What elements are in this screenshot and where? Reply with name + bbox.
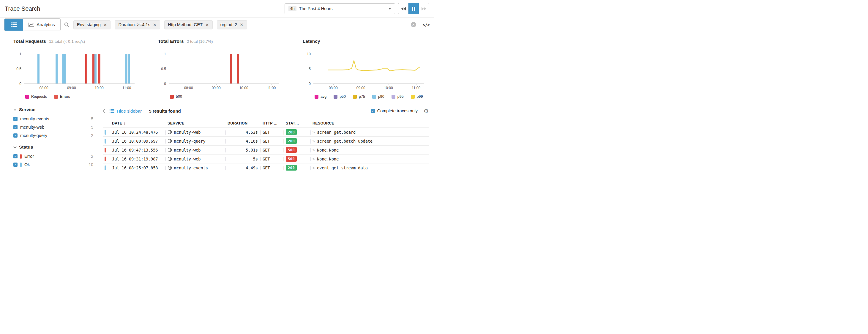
facet-item[interactable]: ✓ Ok 10 <box>13 160 98 169</box>
facet-section: Status ✓ Error 2 ✓ Ok 10 <box>13 144 98 169</box>
legend-item[interactable]: p75 <box>353 94 365 99</box>
column-separator: | <box>163 157 167 161</box>
filter-pill[interactable]: Env: staging ✕ <box>73 20 111 29</box>
forward-button[interactable] <box>419 3 429 14</box>
list-view-button[interactable] <box>4 19 23 31</box>
column-separator: | <box>282 157 286 161</box>
legend-item[interactable]: 500 <box>170 94 182 99</box>
column-separator: | <box>163 148 167 152</box>
pause-button[interactable] <box>408 3 419 14</box>
sort-desc-icon: ↓ <box>124 121 125 125</box>
facet-item[interactable]: ✓ mcnulty-events 5 <box>13 115 98 123</box>
trace-status-indicator <box>104 148 106 152</box>
chevron-right-icon: > <box>312 157 315 161</box>
facet-section-header[interactable]: Service <box>13 107 98 112</box>
filter-pill[interactable]: org_id: 2 ✕ <box>217 20 247 29</box>
checkbox-checked-icon[interactable]: ✓ <box>371 109 375 113</box>
globe-icon <box>167 148 172 152</box>
table-row[interactable]: Jul 16 08:25:07.858 | mcnulty-events | 4… <box>103 163 429 172</box>
facet-items: ✓ Error 2 ✓ Ok 10 <box>13 152 98 169</box>
legend-swatch <box>170 95 174 99</box>
column-header-http-method[interactable]: HTTP … <box>262 121 282 125</box>
total-requests-chart: 00.51 <box>13 54 134 84</box>
column-header-service[interactable]: SERVICE <box>167 121 223 125</box>
complete-traces-toggle[interactable]: ✓ Complete traces only <box>371 109 418 113</box>
column-header-status[interactable]: STAT… <box>286 121 308 125</box>
results-options: ✓ Complete traces only ⚙ <box>371 108 429 114</box>
checkbox-checked-icon[interactable]: ✓ <box>13 162 18 167</box>
checkbox-checked-icon[interactable]: ✓ <box>13 117 18 121</box>
table-row[interactable]: Jul 16 09:47:13.556 | mcnulty-web | 5.01… <box>103 146 429 154</box>
hide-sidebar-link[interactable]: Hide sidebar <box>110 109 142 114</box>
table-row[interactable]: Jul 16 10:24:48.476 | mcnulty-web | 4.53… <box>103 128 429 137</box>
trace-service: mcnulty-web <box>167 130 223 134</box>
trace-table: DATE↓ SERVICE DURATION HTTP … STAT… RESO… <box>103 119 429 172</box>
x-axis-label: 08:00 <box>184 86 193 90</box>
chevron-down-icon <box>13 146 17 148</box>
column-header-resource[interactable]: RESOURCE <box>312 121 429 125</box>
column-separator: | <box>308 157 312 161</box>
facet-item[interactable]: ✓ Error 2 <box>13 152 98 160</box>
globe-icon <box>167 165 172 170</box>
remove-filter-icon[interactable]: ✕ <box>205 23 209 27</box>
page-title: Trace Search <box>5 5 40 12</box>
facet-item[interactable]: ✓ mcnulty-web 5 <box>13 123 98 131</box>
column-header-duration[interactable]: DURATION <box>227 121 258 125</box>
collapse-sidebar-button[interactable] <box>103 109 105 113</box>
chevron-right-icon: > <box>312 165 315 170</box>
column-separator: | <box>223 148 227 152</box>
facet-item[interactable]: ✓ mcnulty-query 2 <box>13 131 98 140</box>
trace-date: Jul 16 08:25:07.858 <box>109 165 163 170</box>
checkbox-checked-icon[interactable]: ✓ <box>13 133 18 138</box>
column-separator: | <box>223 139 227 144</box>
chart-bar <box>56 54 58 84</box>
chart-bar <box>64 54 66 84</box>
time-range-picker[interactable]: 4h The Past 4 Hours <box>285 3 395 14</box>
analytics-button[interactable]: Analytics <box>23 19 60 31</box>
facet-section-header[interactable]: Status <box>13 144 98 150</box>
checkbox-checked-icon[interactable]: ✓ <box>13 154 18 158</box>
legend-item[interactable]: Requests <box>25 94 47 99</box>
rewind-button[interactable] <box>398 3 408 14</box>
column-separator: | <box>282 148 286 152</box>
legend-item[interactable]: p90 <box>372 94 384 99</box>
trace-resource: >screen_get.board <box>312 130 429 134</box>
checkbox-checked-icon[interactable]: ✓ <box>13 125 18 129</box>
legend-item[interactable]: avg <box>315 94 327 99</box>
y-axis-label: 1 <box>164 52 166 56</box>
remove-filter-icon[interactable]: ✕ <box>240 23 244 27</box>
axis-tick <box>189 84 189 85</box>
trace-status-indicator <box>104 157 106 161</box>
legend-swatch <box>315 95 318 99</box>
trace-duration: 4.53s <box>227 130 258 134</box>
facet-section-title: Service <box>19 107 35 112</box>
column-header-date[interactable]: DATE↓ <box>109 121 163 125</box>
search-bar[interactable]: Env: staging ✕ Duration: >=4.1s ✕ Http M… <box>61 20 420 29</box>
trace-http-method: GET <box>262 165 282 170</box>
remove-filter-icon[interactable]: ✕ <box>153 23 157 27</box>
y-axis-label: 0.5 <box>16 67 21 71</box>
trace-resource: >screen_get.batch_update <box>312 139 429 144</box>
trace-http-method: GET <box>262 130 282 134</box>
trace-date: Jul 16 09:47:13.556 <box>109 148 163 152</box>
query-code-icon[interactable]: </> <box>423 22 430 27</box>
trace-http-method: GET <box>262 157 282 161</box>
filter-pill[interactable]: Duration: >=4.1s ✕ <box>115 20 160 29</box>
trace-status-indicator <box>104 130 106 134</box>
legend-item[interactable]: p50 <box>334 94 346 99</box>
trace-date: Jul 16 09:31:19.987 <box>109 157 163 161</box>
legend-item[interactable]: Errors <box>54 94 70 99</box>
legend-item[interactable]: p95 <box>392 94 404 99</box>
clear-search-icon[interactable]: ✕ <box>411 22 416 27</box>
main-content: Service ✓ mcnulty-events 5 ✓ mcnulty-web… <box>0 102 434 173</box>
filter-pill[interactable]: Http Method: GET ✕ <box>164 20 212 29</box>
table-row[interactable]: Jul 16 10:00:09.697 | mcnulty-query | 4.… <box>103 137 429 146</box>
trace-table-body: Jul 16 10:24:48.476 | mcnulty-web | 4.53… <box>103 128 429 172</box>
x-axis-label: 08:00 <box>329 86 338 90</box>
gear-icon[interactable]: ⚙ <box>424 108 429 114</box>
table-row[interactable]: Jul 16 09:31:19.987 | mcnulty-web | 5s |… <box>103 154 429 163</box>
legend-item[interactable]: p99 <box>411 94 423 99</box>
pause-icon <box>412 7 415 11</box>
remove-filter-icon[interactable]: ✕ <box>103 23 107 27</box>
facet-item-count: 2 <box>91 133 93 138</box>
